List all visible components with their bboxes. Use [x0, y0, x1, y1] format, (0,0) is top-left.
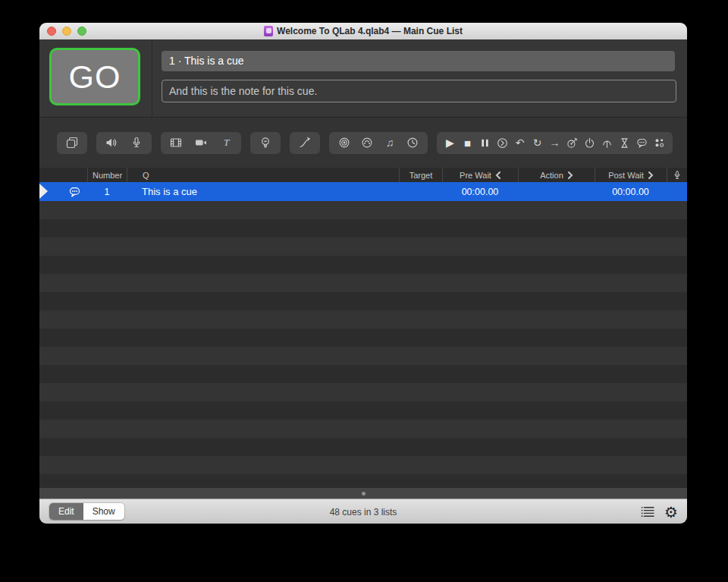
show-mode-button[interactable]: Show	[83, 503, 124, 520]
fade-cue-button[interactable]	[290, 132, 320, 154]
titlebar[interactable]: Welcome To QLab 4.qlab4 — Main Cue List	[39, 23, 687, 40]
audio-mic-group	[96, 132, 152, 154]
midi-file-cue-icon[interactable]: ♫	[384, 137, 396, 149]
disarm-icon[interactable]	[601, 137, 613, 149]
collapse-right-icon[interactable]	[648, 171, 654, 179]
document-icon	[264, 26, 273, 36]
mic-column-icon	[673, 171, 682, 180]
column-post-wait[interactable]: Post Wait	[595, 168, 667, 182]
go-button[interactable]: GO	[49, 48, 140, 105]
video-group: T	[161, 132, 241, 154]
cue-post-wait-cell[interactable]: 00:00.00	[595, 182, 667, 201]
transport-group: ▶ ■ ↶ ↻ →	[437, 132, 673, 154]
network-midi-group: ♫	[329, 132, 428, 154]
cue-list-empty-area	[39, 201, 687, 488]
cue-number-cell[interactable]: 1	[87, 182, 127, 201]
group-icon	[66, 137, 78, 149]
mic-cue-icon[interactable]	[130, 137, 143, 149]
devamp-icon[interactable]: →	[549, 137, 560, 149]
column-action[interactable]: Action	[518, 168, 595, 182]
light-cue-button[interactable]	[250, 132, 281, 154]
collapse-left-icon[interactable]	[495, 171, 501, 179]
cue-action-cell[interactable]	[518, 182, 595, 201]
cue-name-cell[interactable]: This is a cue	[127, 182, 399, 201]
collapse-right-icon[interactable]	[567, 171, 573, 179]
group-cue-button[interactable]	[57, 132, 87, 154]
memo-icon[interactable]	[636, 137, 648, 149]
cue-list-header: Number Q Target Pre Wait Action Post Wai…	[39, 168, 687, 182]
bottom-bar: Edit Show 48 cues in 3 lists ⚙	[39, 499, 687, 524]
text-cue-icon[interactable]: T	[220, 137, 232, 149]
script-icon[interactable]	[654, 137, 665, 149]
column-audition[interactable]	[667, 168, 687, 182]
cue-audition-cell[interactable]	[667, 182, 687, 201]
reset-icon[interactable]: ↶	[514, 137, 526, 149]
window-title-wrap: Welcome To QLab 4.qlab4 — Main Cue List	[39, 23, 687, 39]
fade-icon	[299, 137, 311, 149]
cue-toolbar: T	[39, 118, 687, 168]
memo-cue-icon	[68, 186, 81, 198]
column-q[interactable]: Q	[127, 168, 399, 182]
edit-mode-button[interactable]: Edit	[49, 503, 83, 520]
cue-notes-field[interactable]: And this is the note for this cue.	[162, 80, 676, 102]
window-title: Welcome To QLab 4.qlab4 — Main Cue List	[277, 26, 463, 36]
pause-icon[interactable]	[479, 137, 491, 149]
stop-icon[interactable]: ■	[462, 137, 473, 149]
column-number[interactable]: Number	[87, 168, 127, 182]
cue-count-status: 48 cues in 3 lists	[39, 499, 687, 524]
redo-icon[interactable]: ↻	[532, 137, 543, 149]
timecode-cue-icon[interactable]	[406, 137, 419, 149]
wait-icon[interactable]	[619, 137, 630, 149]
svg-text:T: T	[224, 137, 230, 148]
column-target[interactable]: Target	[399, 168, 442, 182]
cue-pre-wait-cell[interactable]: 00:00.00	[442, 182, 518, 201]
light-icon	[259, 137, 271, 149]
cue-lists-button[interactable]	[641, 506, 654, 518]
camera-cue-icon[interactable]	[195, 137, 207, 149]
mode-segmented-control: Edit Show	[49, 503, 124, 520]
cue-row-selected[interactable]: 1 This is a cue 00:00.00 00:00.00	[39, 182, 687, 201]
head-panel: GO 1 · This is a cue And this is the not…	[39, 39, 687, 118]
playhead-arrow-icon	[39, 184, 48, 199]
qlab-window: Welcome To QLab 4.qlab4 — Main Cue List …	[39, 23, 687, 524]
audio-cue-icon[interactable]	[105, 137, 118, 149]
go-area: GO	[39, 39, 152, 117]
column-status[interactable]	[39, 168, 87, 182]
start-icon[interactable]: ▶	[444, 137, 456, 149]
splitter-handle[interactable]	[39, 488, 687, 499]
arm-icon[interactable]	[584, 137, 595, 149]
cue-target-cell[interactable]	[399, 182, 442, 201]
network-cue-icon[interactable]	[338, 137, 350, 149]
splitter-dot-icon	[362, 492, 366, 495]
video-cue-icon[interactable]	[170, 137, 182, 149]
cue-name-field[interactable]: 1 · This is a cue	[162, 51, 675, 71]
column-pre-wait[interactable]: Pre Wait	[442, 168, 518, 182]
settings-gear-icon[interactable]: ⚙	[664, 505, 678, 520]
midi-cue-icon[interactable]	[361, 137, 373, 149]
target-icon[interactable]	[566, 137, 578, 149]
load-icon[interactable]	[497, 137, 508, 149]
